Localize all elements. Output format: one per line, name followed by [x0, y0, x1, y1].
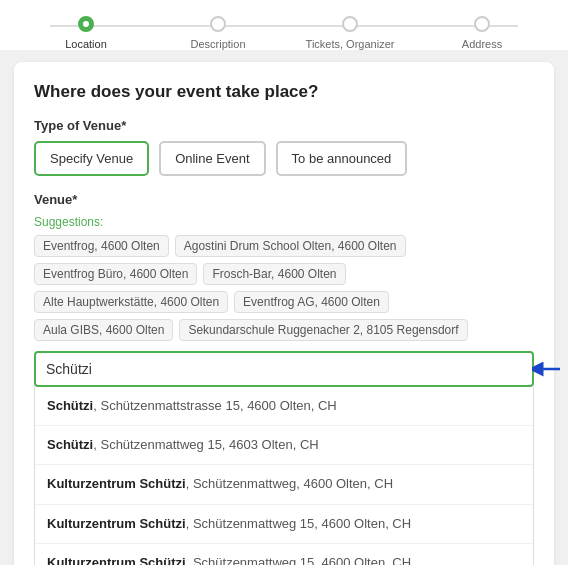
dropdown-item[interactable]: Schützi, Schützenmattstrasse 15, 4600 Ol…	[35, 387, 533, 426]
venue-type-specify[interactable]: Specify Venue	[34, 141, 149, 176]
dropdown-item-bold: Kulturzentrum Schützi	[47, 555, 186, 565]
suggestion-chip[interactable]: Alte Hauptwerkstätte, 4600 Olten	[34, 291, 228, 313]
venue-dropdown: Schützi, Schützenmattstrasse 15, 4600 Ol…	[34, 387, 534, 565]
step-tickets[interactable]: Tickets, Organizer	[284, 16, 416, 50]
step-circle-location	[78, 16, 94, 32]
suggestion-chip[interactable]: Eventfrog, 4600 Olten	[34, 235, 169, 257]
step-label-tickets: Tickets, Organizer	[306, 38, 395, 50]
card-title: Where does your event take place?	[34, 82, 534, 102]
dropdown-item[interactable]: Schützi, Schützenmattweg 15, 4603 Olten,…	[35, 426, 533, 465]
suggestions-row: Eventfrog, 4600 Olten Agostini Drum Scho…	[34, 235, 534, 341]
dropdown-item[interactable]: Kulturzentrum Schützi, Schützenmattweg 1…	[35, 505, 533, 544]
venue-search-input[interactable]	[34, 351, 534, 387]
step-circle-description	[210, 16, 226, 32]
suggestion-chip[interactable]: Eventfrog AG, 4600 Olten	[234, 291, 389, 313]
step-circle-address	[474, 16, 490, 32]
suggestion-chip[interactable]: Eventfrog Büro, 4600 Olten	[34, 263, 197, 285]
suggestion-chip[interactable]: Frosch-Bar, 4600 Olten	[203, 263, 345, 285]
step-label-description: Description	[190, 38, 245, 50]
dropdown-item-rest: , Schützenmattstrasse 15, 4600 Olten, CH	[93, 398, 337, 413]
step-location[interactable]: Location	[20, 16, 152, 50]
arrow-indicator	[532, 357, 562, 381]
venue-type-online[interactable]: Online Event	[159, 141, 265, 176]
suggestion-chip[interactable]: Aula GIBS, 4600 Olten	[34, 319, 173, 341]
dropdown-item[interactable]: Kulturzentrum Schützi, Schützenmattweg, …	[35, 465, 533, 504]
venue-type-tba[interactable]: To be announced	[276, 141, 408, 176]
suggestion-chip[interactable]: Sekundarschule Ruggenacher 2, 8105 Regen…	[179, 319, 467, 341]
main-card: Where does your event take place? Type o…	[14, 62, 554, 565]
step-circle-tickets	[342, 16, 358, 32]
dropdown-item[interactable]: Kulturzentrum Schützi, Schützenmattweg 1…	[35, 544, 533, 565]
dropdown-item-rest: , Schützenmattweg 15, 4600 Olten, CH	[186, 516, 411, 531]
venue-type-label: Type of Venue*	[34, 118, 534, 133]
venue-label: Venue*	[34, 192, 534, 207]
suggestions-label: Suggestions:	[34, 215, 534, 229]
venue-type-group: Specify Venue Online Event To be announc…	[34, 141, 534, 176]
step-label-location: Location	[65, 38, 107, 50]
dropdown-item-bold: Schützi	[47, 437, 93, 452]
step-description[interactable]: Description	[152, 16, 284, 50]
step-address[interactable]: Address	[416, 16, 548, 50]
step-label-address: Address	[462, 38, 502, 50]
dropdown-item-rest: , Schützenmattweg 15, 4600 Olten, CH	[186, 555, 411, 565]
dropdown-item-rest: , Schützenmattweg 15, 4603 Olten, CH	[93, 437, 318, 452]
dropdown-item-bold: Kulturzentrum Schützi	[47, 516, 186, 531]
progress-bar: Location Description Tickets, Organizer …	[0, 0, 568, 50]
dropdown-item-rest: , Schützenmattweg, 4600 Olten, CH	[186, 476, 393, 491]
venue-input-wrapper	[34, 351, 534, 387]
suggestion-chip[interactable]: Agostini Drum School Olten, 4600 Olten	[175, 235, 406, 257]
dropdown-item-bold: Schützi	[47, 398, 93, 413]
dropdown-item-bold: Kulturzentrum Schützi	[47, 476, 186, 491]
